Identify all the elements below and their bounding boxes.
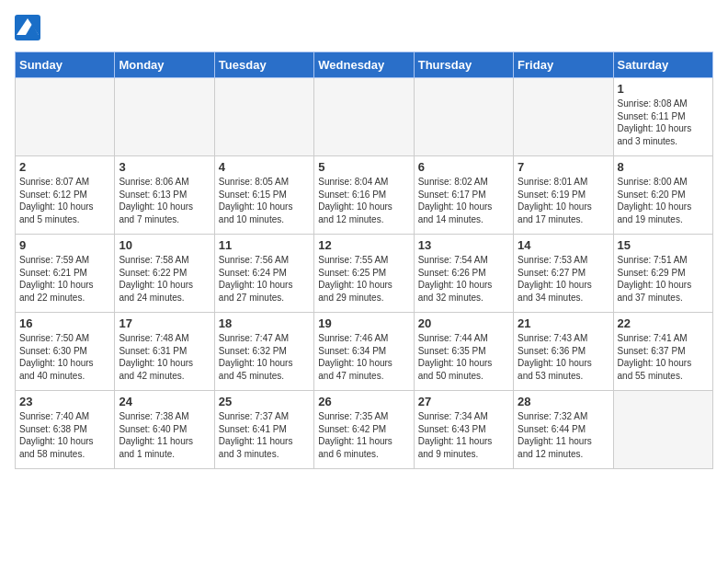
day-info: Sunrise: 7:55 AM Sunset: 6:25 PM Dayligh… bbox=[318, 254, 409, 304]
calendar-cell bbox=[314, 78, 414, 156]
day-number: 16 bbox=[19, 316, 110, 330]
day-number: 7 bbox=[518, 160, 609, 174]
day-number: 27 bbox=[418, 395, 509, 408]
weekday-header-thursday: Thursday bbox=[414, 52, 513, 78]
day-number: 28 bbox=[518, 395, 609, 408]
day-number: 22 bbox=[618, 316, 709, 330]
day-info: Sunrise: 7:35 AM Sunset: 6:42 PM Dayligh… bbox=[318, 410, 409, 460]
day-number: 9 bbox=[19, 238, 110, 252]
weekday-header-monday: Monday bbox=[115, 52, 214, 78]
calendar-cell: 6Sunrise: 8:02 AM Sunset: 6:17 PM Daylig… bbox=[414, 156, 513, 235]
day-number: 1 bbox=[618, 82, 709, 96]
day-info: Sunrise: 7:40 AM Sunset: 6:38 PM Dayligh… bbox=[19, 410, 110, 460]
calendar-cell: 2Sunrise: 8:07 AM Sunset: 6:12 PM Daylig… bbox=[16, 156, 115, 235]
day-info: Sunrise: 7:43 AM Sunset: 6:36 PM Dayligh… bbox=[518, 332, 609, 382]
calendar-cell bbox=[514, 78, 613, 156]
day-info: Sunrise: 7:44 AM Sunset: 6:35 PM Dayligh… bbox=[418, 332, 509, 382]
day-number: 20 bbox=[418, 316, 509, 330]
day-info: Sunrise: 7:48 AM Sunset: 6:31 PM Dayligh… bbox=[119, 332, 210, 382]
day-info: Sunrise: 7:41 AM Sunset: 6:37 PM Dayligh… bbox=[618, 332, 709, 382]
calendar-cell: 5Sunrise: 8:04 AM Sunset: 6:16 PM Daylig… bbox=[314, 156, 414, 235]
day-number: 21 bbox=[518, 316, 609, 330]
weekday-header-saturday: Saturday bbox=[613, 52, 712, 78]
calendar-cell: 3Sunrise: 8:06 AM Sunset: 6:13 PM Daylig… bbox=[115, 156, 214, 235]
calendar-cell: 4Sunrise: 8:05 AM Sunset: 6:15 PM Daylig… bbox=[214, 156, 313, 235]
day-info: Sunrise: 7:56 AM Sunset: 6:24 PM Dayligh… bbox=[219, 254, 310, 304]
calendar-cell: 14Sunrise: 7:53 AM Sunset: 6:27 PM Dayli… bbox=[514, 235, 613, 313]
calendar-cell: 26Sunrise: 7:35 AM Sunset: 6:42 PM Dayli… bbox=[314, 391, 414, 469]
calendar-cell: 23Sunrise: 7:40 AM Sunset: 6:38 PM Dayli… bbox=[16, 391, 115, 469]
logo bbox=[15, 15, 44, 40]
day-number: 25 bbox=[219, 395, 310, 408]
logo-icon bbox=[15, 15, 40, 40]
week-row-4: 23Sunrise: 7:40 AM Sunset: 6:38 PM Dayli… bbox=[16, 391, 713, 469]
day-info: Sunrise: 7:51 AM Sunset: 6:29 PM Dayligh… bbox=[618, 254, 709, 304]
calendar-cell: 10Sunrise: 7:58 AM Sunset: 6:22 PM Dayli… bbox=[115, 235, 214, 313]
calendar-cell: 27Sunrise: 7:34 AM Sunset: 6:43 PM Dayli… bbox=[414, 391, 513, 469]
day-info: Sunrise: 7:53 AM Sunset: 6:27 PM Dayligh… bbox=[518, 254, 609, 304]
calendar-cell: 25Sunrise: 7:37 AM Sunset: 6:41 PM Dayli… bbox=[214, 391, 313, 469]
calendar-cell: 18Sunrise: 7:47 AM Sunset: 6:32 PM Dayli… bbox=[214, 313, 313, 391]
day-number: 10 bbox=[119, 238, 210, 252]
day-number: 2 bbox=[19, 160, 110, 174]
week-row-3: 16Sunrise: 7:50 AM Sunset: 6:30 PM Dayli… bbox=[16, 313, 713, 391]
calendar-cell bbox=[613, 391, 712, 469]
day-info: Sunrise: 7:46 AM Sunset: 6:34 PM Dayligh… bbox=[318, 332, 409, 382]
calendar-cell: 13Sunrise: 7:54 AM Sunset: 6:26 PM Dayli… bbox=[414, 235, 513, 313]
week-row-1: 2Sunrise: 8:07 AM Sunset: 6:12 PM Daylig… bbox=[16, 156, 713, 235]
calendar-cell: 28Sunrise: 7:32 AM Sunset: 6:44 PM Dayli… bbox=[514, 391, 613, 469]
page-header bbox=[15, 15, 713, 40]
day-number: 3 bbox=[119, 160, 210, 174]
day-info: Sunrise: 8:02 AM Sunset: 6:17 PM Dayligh… bbox=[418, 176, 509, 225]
weekday-header-sunday: Sunday bbox=[16, 52, 115, 78]
day-number: 17 bbox=[119, 316, 210, 330]
week-row-0: 1Sunrise: 8:08 AM Sunset: 6:11 PM Daylig… bbox=[16, 78, 713, 156]
day-info: Sunrise: 7:34 AM Sunset: 6:43 PM Dayligh… bbox=[418, 410, 509, 460]
day-info: Sunrise: 8:04 AM Sunset: 6:16 PM Dayligh… bbox=[318, 176, 409, 225]
weekday-header-tuesday: Tuesday bbox=[214, 52, 313, 78]
day-number: 26 bbox=[318, 395, 409, 408]
calendar-cell: 22Sunrise: 7:41 AM Sunset: 6:37 PM Dayli… bbox=[613, 313, 712, 391]
calendar-cell: 15Sunrise: 7:51 AM Sunset: 6:29 PM Dayli… bbox=[613, 235, 712, 313]
day-number: 6 bbox=[418, 160, 509, 174]
day-info: Sunrise: 7:50 AM Sunset: 6:30 PM Dayligh… bbox=[19, 332, 110, 382]
day-info: Sunrise: 7:59 AM Sunset: 6:21 PM Dayligh… bbox=[19, 254, 110, 304]
day-info: Sunrise: 8:06 AM Sunset: 6:13 PM Dayligh… bbox=[119, 176, 210, 225]
calendar-cell: 19Sunrise: 7:46 AM Sunset: 6:34 PM Dayli… bbox=[314, 313, 414, 391]
day-number: 18 bbox=[219, 316, 310, 330]
calendar-body: 1Sunrise: 8:08 AM Sunset: 6:11 PM Daylig… bbox=[16, 78, 713, 469]
day-info: Sunrise: 8:05 AM Sunset: 6:15 PM Dayligh… bbox=[219, 176, 310, 225]
calendar-cell: 21Sunrise: 7:43 AM Sunset: 6:36 PM Dayli… bbox=[514, 313, 613, 391]
calendar-cell bbox=[16, 78, 115, 156]
day-number: 15 bbox=[618, 238, 709, 252]
calendar-cell: 12Sunrise: 7:55 AM Sunset: 6:25 PM Dayli… bbox=[314, 235, 414, 313]
day-number: 23 bbox=[19, 395, 110, 408]
calendar-cell: 1Sunrise: 8:08 AM Sunset: 6:11 PM Daylig… bbox=[613, 78, 712, 156]
weekday-row: SundayMondayTuesdayWednesdayThursdayFrid… bbox=[16, 52, 713, 78]
day-number: 8 bbox=[618, 160, 709, 174]
calendar-cell: 7Sunrise: 8:01 AM Sunset: 6:19 PM Daylig… bbox=[514, 156, 613, 235]
day-number: 11 bbox=[219, 238, 310, 252]
calendar-table: SundayMondayTuesdayWednesdayThursdayFrid… bbox=[15, 52, 713, 469]
day-info: Sunrise: 8:00 AM Sunset: 6:20 PM Dayligh… bbox=[618, 176, 709, 225]
calendar-cell bbox=[214, 78, 313, 156]
day-info: Sunrise: 7:58 AM Sunset: 6:22 PM Dayligh… bbox=[119, 254, 210, 304]
weekday-header-friday: Friday bbox=[514, 52, 613, 78]
day-info: Sunrise: 8:07 AM Sunset: 6:12 PM Dayligh… bbox=[19, 176, 110, 225]
week-row-2: 9Sunrise: 7:59 AM Sunset: 6:21 PM Daylig… bbox=[16, 235, 713, 313]
day-info: Sunrise: 8:01 AM Sunset: 6:19 PM Dayligh… bbox=[518, 176, 609, 225]
calendar-cell bbox=[414, 78, 513, 156]
day-number: 24 bbox=[119, 395, 210, 408]
weekday-header-wednesday: Wednesday bbox=[314, 52, 414, 78]
day-info: Sunrise: 7:37 AM Sunset: 6:41 PM Dayligh… bbox=[219, 410, 310, 460]
day-info: Sunrise: 7:47 AM Sunset: 6:32 PM Dayligh… bbox=[219, 332, 310, 382]
day-number: 14 bbox=[518, 238, 609, 252]
day-number: 12 bbox=[318, 238, 409, 252]
calendar-cell: 20Sunrise: 7:44 AM Sunset: 6:35 PM Dayli… bbox=[414, 313, 513, 391]
day-number: 19 bbox=[318, 316, 409, 330]
calendar-cell: 8Sunrise: 8:00 AM Sunset: 6:20 PM Daylig… bbox=[613, 156, 712, 235]
day-number: 13 bbox=[418, 238, 509, 252]
calendar-cell: 24Sunrise: 7:38 AM Sunset: 6:40 PM Dayli… bbox=[115, 391, 214, 469]
calendar-cell: 11Sunrise: 7:56 AM Sunset: 6:24 PM Dayli… bbox=[214, 235, 313, 313]
day-info: Sunrise: 7:32 AM Sunset: 6:44 PM Dayligh… bbox=[518, 410, 609, 460]
